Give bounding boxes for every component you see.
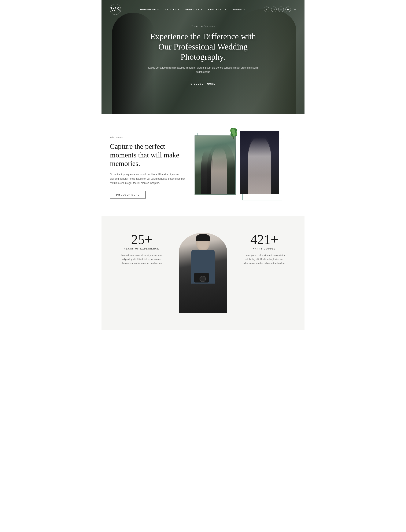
stats-left: 25+ YEARS OF EXPERIENCE Lorem ipsum dolo… xyxy=(110,233,174,265)
stats-center-figure xyxy=(174,233,232,313)
plant-decoration xyxy=(225,125,242,140)
hamburger-menu-icon[interactable]: ≡ xyxy=(294,7,296,12)
stat-label-left: YEARS OF EXPERIENCE xyxy=(118,248,165,250)
chevron-down-icon: ▾ xyxy=(244,9,245,11)
nav-links: HOMEPAGE ▾ ABOUT US SERVICES ▾ CONTACT U… xyxy=(140,7,245,11)
nav-link-about[interactable]: ABOUT US xyxy=(165,8,179,11)
instagram-icon[interactable]: ◻ xyxy=(271,7,276,12)
stat-number-right: 421+ xyxy=(241,233,288,246)
stat-label-right: HAPPY COUPLE xyxy=(241,248,288,250)
dribbble-icon[interactable]: ○ xyxy=(278,7,284,12)
nav-item-contact[interactable]: CONTACT US xyxy=(208,7,226,11)
bride-photo xyxy=(240,131,279,194)
youtube-icon[interactable]: ▶ xyxy=(285,7,291,12)
plant-icon xyxy=(225,125,242,140)
nav-item-about[interactable]: ABOUT US xyxy=(165,7,179,11)
stats-section: 25+ YEARS OF EXPERIENCE Lorem ipsum dolo… xyxy=(102,216,304,330)
nav-link-pages[interactable]: PAGES ▾ xyxy=(232,8,245,11)
facebook-icon[interactable]: f xyxy=(264,7,269,12)
who-cta-button[interactable]: DISCOVER MORE xyxy=(110,191,146,199)
nav-item-services[interactable]: SERVICES ▾ xyxy=(185,7,202,11)
navbar: WS HOMEPAGE ▾ ABOUT US SERVICES ▾ xyxy=(102,0,304,19)
who-description: Si habitant quisque vel commodo ac litor… xyxy=(110,172,186,185)
hero-heading: Experience the Difference with Our Profe… xyxy=(148,31,258,62)
stat-number-left: 25+ xyxy=(118,233,165,246)
who-heading: Capture the perfect moments that will ma… xyxy=(110,142,186,168)
couple-photo xyxy=(195,135,236,195)
who-label: Who we are xyxy=(110,136,186,139)
stat-desc-left: Lorem ipsum dolor sit amet, consectetur … xyxy=(118,253,165,265)
stat-desc-right: Lorem ipsum dolor sit amet, consectetur … xyxy=(241,253,288,265)
hero-description: Lacus porta leo rutrum phasellus imperdi… xyxy=(148,66,258,74)
nav-item-pages[interactable]: PAGES ▾ xyxy=(232,7,245,11)
stats-right: 421+ HAPPY COUPLE Lorem ipsum dolor sit … xyxy=(232,233,296,265)
who-section: Who we are Capture the perfect moments t… xyxy=(102,114,304,216)
hero-premium-label: Premium Services xyxy=(148,24,258,29)
who-left: Who we are Capture the perfect moments t… xyxy=(110,136,186,199)
photographer-figure xyxy=(179,233,227,313)
nav-social: f ◻ ○ ▶ ≡ xyxy=(264,7,296,12)
chevron-down-icon: ▾ xyxy=(158,9,159,11)
hero-cta-button[interactable]: DISCOVER MORE xyxy=(183,80,223,88)
site-logo[interactable]: WS xyxy=(110,4,121,15)
hero-content: Premium Services Experience the Differen… xyxy=(148,24,258,88)
chevron-down-icon: ▾ xyxy=(201,9,202,11)
nav-item-homepage[interactable]: HOMEPAGE ▾ xyxy=(140,7,159,11)
nav-link-homepage[interactable]: HOMEPAGE ▾ xyxy=(140,8,159,11)
nav-link-contact[interactable]: CONTACT US xyxy=(208,8,226,11)
who-photos xyxy=(195,131,296,203)
nav-link-services[interactable]: SERVICES ▾ xyxy=(185,8,202,11)
